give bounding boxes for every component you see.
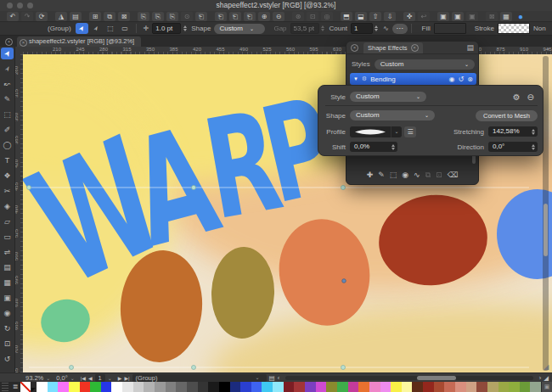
rect-tool[interactable]: ▭	[1, 231, 14, 243]
ruler-collapse-icon[interactable]: ⌃	[544, 47, 552, 54]
selection-handle[interactable]	[192, 366, 196, 370]
color-swatch[interactable]	[251, 382, 262, 392]
frame-tool[interactable]: ▣	[1, 292, 14, 304]
mesh-tool[interactable]: ▦	[1, 277, 14, 288]
panel-layers-icon[interactable]: ▣	[452, 12, 464, 21]
color-swatch[interactable]	[187, 382, 198, 392]
edit-effect-icon[interactable]: ✎	[378, 171, 385, 179]
color-swatch[interactable]	[294, 382, 305, 392]
color-swatch[interactable]	[262, 382, 273, 392]
add-effect-icon[interactable]: ✚	[367, 171, 374, 179]
panel-styles-icon[interactable]: ▣	[437, 12, 449, 21]
close-all-tabs-icon[interactable]: ×	[5, 38, 13, 46]
stroke-width-stepper[interactable]	[182, 24, 188, 33]
color-swatch[interactable]	[166, 382, 177, 392]
bring-forward-icon[interactable]: ⬒	[341, 12, 352, 21]
warp-effect-icon[interactable]: ⬚	[390, 171, 397, 179]
color-swatch[interactable]	[101, 382, 112, 392]
last-page-button[interactable]: ▶|	[124, 375, 129, 381]
mirror-icon[interactable]: ◮	[55, 12, 67, 21]
color-swatch[interactable]	[122, 382, 133, 392]
panel-tab[interactable]: Shape Effects ×	[363, 42, 423, 53]
color-swatch[interactable]	[509, 382, 520, 392]
horizontal-scrollbar-handle[interactable]	[417, 376, 456, 380]
target-icon[interactable]: ◎	[321, 12, 333, 21]
crop-tool[interactable]: ⊡	[1, 338, 14, 350]
direction-stepper[interactable]	[530, 143, 536, 152]
pan-hand-icon[interactable]: ✜	[403, 12, 415, 21]
selection-target-dropdown[interactable]: (Group) ⌄	[132, 374, 267, 382]
shape-combine-icon[interactable]: ⊠	[118, 12, 130, 21]
remove-effect-icon[interactable]: ⊗	[467, 76, 473, 83]
paste-effect-icon[interactable]: ⎗	[229, 12, 241, 21]
shape-tool[interactable]: ❖	[1, 170, 14, 182]
toggle-visibility-icon[interactable]: ◉	[402, 171, 408, 179]
pen-tool[interactable]: ✎	[1, 93, 14, 105]
shape-union-icon[interactable]: ⊞	[89, 12, 101, 21]
color-swatch[interactable]	[240, 382, 251, 392]
record-indicator-icon[interactable]: ●	[515, 12, 527, 21]
chevron-down-icon[interactable]: ⌄	[70, 375, 75, 381]
ellipse-tool[interactable]: ◯	[1, 139, 14, 151]
expand-icon[interactable]: ▼	[353, 76, 358, 81]
color-swatch-none[interactable]	[20, 382, 31, 392]
chevron-down-icon[interactable]: ⌄	[46, 375, 50, 381]
curve-icon[interactable]: ∿	[383, 25, 389, 32]
stretching-input[interactable]: 142,58%	[488, 126, 538, 137]
color-swatch[interactable]	[111, 382, 122, 392]
resize-corner-icon[interactable]: ◢	[542, 363, 550, 372]
shift-input[interactable]: 0,0%	[350, 142, 397, 152]
pixel-preview-icon[interactable]: ▦	[500, 12, 512, 21]
move-front-icon[interactable]: ⇧	[369, 12, 381, 21]
color-swatch[interactable]	[326, 382, 337, 392]
close-panel-icon[interactable]: ×	[351, 44, 358, 52]
color-swatch[interactable]	[434, 382, 445, 392]
color-swatch[interactable]	[455, 382, 466, 392]
selection-handle[interactable]	[341, 366, 346, 370]
move-icon[interactable]: ✛	[144, 25, 149, 32]
color-swatch[interactable]	[476, 382, 487, 392]
sync-history-icon[interactable]: ⟳	[36, 12, 48, 21]
undo-icon[interactable]: ↶	[7, 12, 19, 21]
palette-drag-handle[interactable]	[2, 383, 8, 391]
color-swatch[interactable]	[530, 382, 541, 392]
history-back-icon[interactable]: ↩	[418, 12, 430, 21]
open-folder-icon[interactable]: ▤	[70, 12, 82, 21]
close-panel-tab-icon[interactable]: ×	[411, 44, 419, 52]
color-swatch[interactable]	[498, 382, 510, 392]
replace-icon[interactable]: ⊛	[292, 12, 304, 21]
copy-effect-icon[interactable]: ⧉	[425, 171, 431, 180]
knife-tool[interactable]: ✂	[1, 185, 14, 197]
color-swatch[interactable]	[348, 382, 359, 392]
paste-shape-icon[interactable]: ⎗	[195, 12, 207, 21]
color-swatch[interactable]	[273, 382, 284, 392]
styles-dropdown[interactable]: Custom ⌄	[375, 59, 475, 70]
color-swatch[interactable]	[316, 382, 327, 392]
color-swatch[interactable]	[466, 382, 477, 392]
page-number[interactable]: 1	[95, 374, 105, 382]
edit-shape-icon[interactable]: ⊡	[307, 12, 318, 21]
palette-overflow-icon[interactable]: ▣	[542, 382, 552, 392]
color-swatch[interactable]	[37, 382, 48, 392]
clone-icon[interactable]: ⊕	[258, 12, 270, 21]
marquee-tool[interactable]: ⬚	[1, 109, 14, 120]
gradient-tool[interactable]: ▤	[1, 261, 14, 273]
close-tab-icon[interactable]: ×	[20, 39, 27, 47]
color-swatch[interactable]	[80, 382, 91, 392]
color-swatch[interactable]	[305, 382, 316, 392]
stroke-width-input[interactable]: 1.0 pt	[152, 23, 181, 34]
blob-tool[interactable]: ◉	[1, 307, 14, 319]
scroll-left-arrow[interactable]: ‹	[278, 374, 280, 382]
close-window-button[interactable]	[7, 3, 13, 8]
scroll-right-arrow[interactable]: ›	[539, 374, 542, 382]
brush-tool[interactable]: ◈	[1, 200, 14, 212]
profile-preview[interactable]	[350, 126, 391, 137]
shift-stepper[interactable]	[390, 143, 396, 152]
color-swatch[interactable]	[198, 382, 209, 392]
color-swatch[interactable]	[402, 382, 413, 392]
first-page-button[interactable]: |◀	[81, 375, 86, 381]
duplicate-effect-icon[interactable]: ⊡	[436, 171, 442, 179]
profile-curve-icon[interactable]: ∿	[414, 171, 420, 179]
direction-input[interactable]: 0,0°	[488, 142, 538, 152]
color-swatch[interactable]	[337, 382, 348, 392]
